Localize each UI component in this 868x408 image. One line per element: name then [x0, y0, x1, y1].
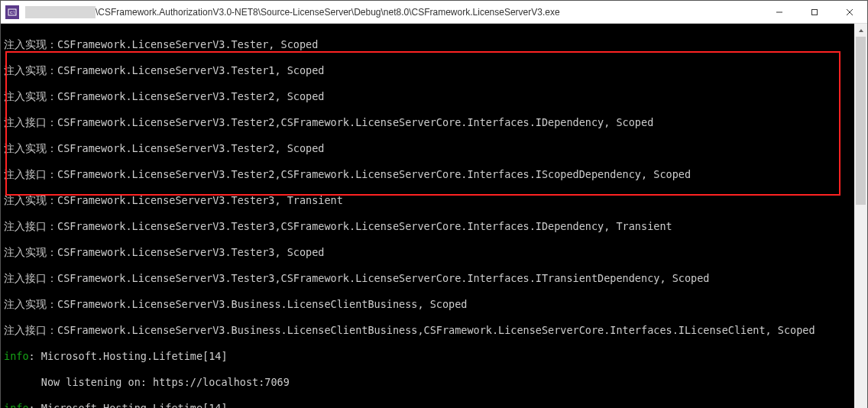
log-line: 注入接口：CSFramework.LicenseServerV3.Tester2…	[4, 116, 851, 129]
log-text: : Microsoft.Hosting.Lifetime[14]	[29, 402, 228, 408]
window-title: \CSFramework.AuthorizationV3.0-NET8\Sour…	[96, 7, 560, 18]
info-label: info	[4, 350, 29, 362]
titlebar[interactable]: c:\ \CSFramework.AuthorizationV3.0-NET8\…	[1, 1, 867, 24]
log-line: 注入实现：CSFramework.LicenseServerV3.Tester2…	[4, 142, 851, 155]
app-icon: c:\	[5, 5, 19, 19]
scroll-up-button[interactable]	[854, 24, 867, 37]
log-line: 注入实现：CSFramework.LicenseServerV3.Tester,…	[4, 38, 851, 51]
svg-text:c:\: c:\	[10, 10, 15, 15]
log-line: info: Microsoft.Hosting.Lifetime[14]	[4, 402, 851, 408]
close-button[interactable]	[832, 1, 867, 24]
info-label: info	[4, 402, 29, 408]
minimize-button[interactable]	[762, 1, 797, 24]
log-line: info: Microsoft.Hosting.Lifetime[14]	[4, 350, 851, 363]
log-line: 注入实现：CSFramework.LicenseServerV3.Tester2…	[4, 90, 851, 103]
log-line: 注入实现：CSFramework.LicenseServerV3.Tester1…	[4, 64, 851, 77]
console-window: c:\ \CSFramework.AuthorizationV3.0-NET8\…	[0, 0, 868, 408]
log-line: 注入实现：CSFramework.LicenseServerV3.Busines…	[4, 298, 851, 311]
console-area: 注入实现：CSFramework.LicenseServerV3.Tester,…	[1, 24, 867, 408]
vertical-scrollbar[interactable]	[854, 24, 867, 408]
scroll-thumb[interactable]	[856, 37, 866, 205]
log-line: 注入接口：CSFramework.LicenseServerV3.Busines…	[4, 324, 851, 337]
maximize-button[interactable]	[797, 1, 832, 24]
svg-rect-3	[812, 9, 818, 15]
scroll-track[interactable]	[854, 37, 867, 408]
log-line: 注入接口：CSFramework.LicenseServerV3.Tester3…	[4, 272, 851, 285]
log-line: 注入接口：CSFramework.LicenseServerV3.Tester3…	[4, 220, 851, 233]
log-line: 注入实现：CSFramework.LicenseServerV3.Tester3…	[4, 194, 851, 207]
console-output[interactable]: 注入实现：CSFramework.LicenseServerV3.Tester,…	[1, 24, 854, 408]
log-line: 注入实现：CSFramework.LicenseServerV3.Tester3…	[4, 246, 851, 259]
log-line: 注入接口：CSFramework.LicenseServerV3.Tester2…	[4, 168, 851, 181]
title-redacted	[25, 6, 96, 18]
log-line: Now listening on: https://localhost:7069	[4, 376, 851, 389]
log-text: : Microsoft.Hosting.Lifetime[14]	[29, 350, 228, 362]
